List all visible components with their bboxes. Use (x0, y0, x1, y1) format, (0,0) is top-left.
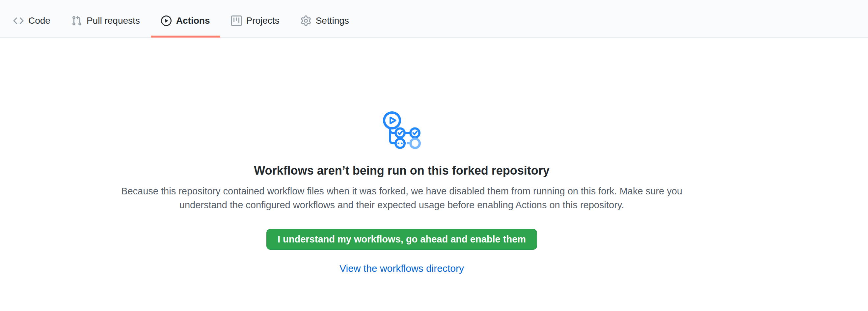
tab-actions[interactable]: Actions (151, 0, 220, 37)
tab-code[interactable]: Code (3, 0, 61, 37)
tab-pull-requests[interactable]: Pull requests (61, 0, 150, 37)
tab-label: Actions (176, 16, 210, 25)
blankslate-heading: Workflows aren’t being run on this forke… (254, 163, 549, 178)
gear-icon (301, 15, 311, 26)
git-pull-request-icon (71, 15, 82, 26)
enable-workflows-button[interactable]: I understand my workflows, go ahead and … (267, 229, 537, 250)
project-icon (231, 15, 242, 26)
repo-tab-nav: Code Pull requests Actions Projects Sett… (0, 0, 868, 37)
workflow-graph-icon (383, 111, 421, 149)
tab-settings[interactable]: Settings (290, 0, 359, 37)
actions-blankslate: Workflows aren’t being run on this forke… (0, 37, 803, 274)
play-icon (161, 15, 172, 26)
view-workflows-directory-link[interactable]: View the workflows directory (340, 263, 464, 274)
tab-projects[interactable]: Projects (221, 0, 290, 37)
tab-label: Settings (316, 16, 349, 25)
tab-label: Projects (246, 16, 280, 25)
code-icon (13, 15, 24, 26)
tab-label: Code (28, 16, 51, 25)
blankslate-description: Because this repository contained workfl… (114, 184, 690, 212)
tab-label: Pull requests (87, 16, 140, 25)
